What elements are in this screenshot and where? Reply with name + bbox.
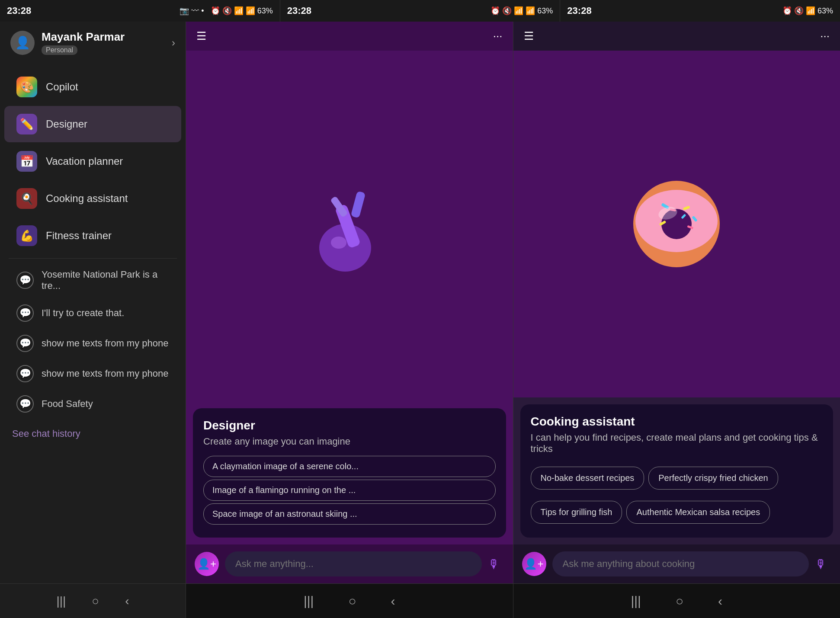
vacation-icon: 📅 — [16, 151, 37, 172]
designer-card-subtitle: Create any image you can imagine — [203, 436, 496, 447]
designer-hero-image — [302, 179, 397, 274]
status-bar-left: 23:28 📷 〰 • ⏰ 🔇 📶 📶 63% — [0, 0, 280, 22]
chat-icon-3: 💬 — [16, 335, 34, 352]
cooking-card: Cooking assistant I can help you find re… — [520, 404, 834, 538]
chat-label-3: show me texts from my phone — [42, 338, 168, 349]
cooking-suggestion-2[interactable]: Perfectly crispy fried chicken — [648, 467, 778, 490]
designer-panel: ☰ ··· Designer Create any image you can … — [186, 22, 513, 618]
cooking-avatar-button[interactable]: 👤+ — [522, 552, 546, 576]
cooking-card-subtitle: I can help you find recipes, create meal… — [531, 432, 823, 455]
status-bar: 23:28 📷 〰 • ⏰ 🔇 📶 📶 63% 23:28 ⏰ 🔇 📶 📶 63… — [0, 0, 840, 22]
designer-bottom-nav: ||| ○ ‹ — [186, 583, 513, 618]
status-bar-right: 23:28 ⏰ 🔇 📶 63% — [560, 0, 840, 22]
chat-label-4: show me texts from my phone — [42, 368, 168, 379]
avatar: 👤 — [10, 31, 35, 55]
cooking-suggestion-4[interactable]: Authentic Mexican salsa recipes — [626, 501, 770, 524]
cooking-icon: 🍳 — [16, 188, 37, 209]
sidebar-nav: 🎨 Copilot ✏️ Designer 📅 Vacation planner… — [0, 64, 186, 583]
cooking-text-input[interactable] — [552, 551, 809, 576]
cooking-home-icon[interactable]: ○ — [676, 594, 683, 608]
designer-menu-icon[interactable]: ☰ — [196, 29, 206, 43]
user-badge: Personal — [42, 45, 77, 55]
cooking-suggestion-1[interactable]: No-bake dessert recipes — [531, 467, 644, 490]
sidebar-item-cooking[interactable]: 🍳 Cooking assistant — [4, 180, 181, 217]
donut-image — [627, 174, 726, 274]
designer-card: Designer Create any image you can imagin… — [193, 408, 506, 538]
cooking-header: ☰ ··· — [513, 22, 840, 51]
status-bar-mid: 23:28 ⏰ 🔇 📶 📶 63% — [280, 0, 560, 22]
designer-suggestion-2[interactable]: Image of a flamingo running on the ... — [203, 480, 496, 501]
svg-rect-2 — [350, 191, 365, 218]
user-info: Mayank Parmar Personal — [42, 30, 165, 55]
sidebar-item-label-vacation: Vacation planner — [46, 155, 123, 167]
see-chat-history[interactable]: See chat history — [0, 419, 186, 448]
designer-icon: ✏️ — [16, 114, 37, 134]
designer-suggestion-3[interactable]: Space image of an astronaut skiing ... — [203, 503, 496, 525]
main-content: 👤 Mayank Parmar Personal › 🎨 Copilot ✏️ … — [0, 22, 840, 618]
chat-item-yosemite[interactable]: 💬 Yosemite National Park is a tre... — [4, 263, 181, 298]
designer-suggestion-1[interactable]: A claymation image of a serene colo... — [203, 456, 496, 477]
sidebar-item-copilot[interactable]: 🎨 Copilot — [4, 69, 181, 105]
designer-hero — [186, 51, 513, 401]
sidebar-item-label-cooking: Cooking assistant — [46, 192, 128, 205]
chevron-right-icon[interactable]: › — [172, 37, 175, 49]
cooking-hero — [513, 51, 840, 397]
designer-mic-icon[interactable]: 🎙 — [488, 557, 500, 571]
sidebar-item-label-designer: Designer — [46, 118, 87, 130]
designer-card-title: Designer — [203, 419, 496, 432]
sidebar-item-designer[interactable]: ✏️ Designer — [4, 106, 181, 142]
cooking-mic-icon[interactable]: 🎙 — [815, 557, 827, 571]
designer-lines-icon[interactable]: ||| — [304, 594, 314, 608]
sidebar-item-label-fitness: Fitness trainer — [46, 230, 112, 242]
sidebar-item-fitness[interactable]: 💪 Fitness trainer — [4, 218, 181, 254]
cooking-more-icon[interactable]: ··· — [820, 29, 830, 43]
chat-label-5: Food Safety — [42, 398, 93, 410]
copilot-icon: 🎨 — [16, 77, 37, 97]
cooking-lines-icon[interactable]: ||| — [631, 594, 641, 608]
chat-icon-2: 💬 — [16, 304, 34, 322]
designer-avatar-button[interactable]: 👤+ — [195, 552, 219, 576]
divider — [9, 258, 177, 259]
sidebar-item-label-copilot: Copilot — [46, 81, 78, 93]
status-time-3: 23:28 — [567, 5, 591, 16]
chat-icon-1: 💬 — [16, 272, 34, 289]
designer-more-icon[interactable]: ··· — [493, 29, 503, 43]
user-name: Mayank Parmar — [42, 30, 165, 44]
chat-icon-5: 💬 — [16, 395, 34, 413]
sidebar-bottom-nav: ||| ○ ‹ — [0, 583, 186, 618]
cooking-back-icon[interactable]: ‹ — [718, 594, 722, 608]
sidebar-back-icon[interactable]: ‹ — [125, 594, 129, 608]
cooking-suggestion-3[interactable]: Tips for grilling fish — [531, 501, 622, 524]
designer-back-icon[interactable]: ‹ — [391, 594, 395, 608]
status-icons-3: ⏰ 🔇 📶 63% — [782, 6, 833, 16]
status-time-2: 23:28 — [287, 5, 311, 16]
sidebar-home-icon[interactable]: ○ — [92, 594, 99, 608]
sidebar-lines-icon[interactable]: ||| — [56, 594, 66, 608]
chat-item-texts2[interactable]: 💬 show me texts from my phone — [4, 359, 181, 388]
designer-header: ☰ ··· — [186, 22, 513, 51]
chat-label-2: I'll try to create that. — [42, 307, 124, 319]
chat-item-texts1[interactable]: 💬 show me texts from my phone — [4, 329, 181, 358]
cooking-menu-icon[interactable]: ☰ — [524, 29, 534, 43]
sidebar-item-vacation[interactable]: 📅 Vacation planner — [4, 143, 181, 179]
sidebar-header: 👤 Mayank Parmar Personal › — [0, 22, 186, 64]
sidebar-panel: 👤 Mayank Parmar Personal › 🎨 Copilot ✏️ … — [0, 22, 186, 618]
designer-input-bar: 👤+ 🎙 — [186, 544, 513, 583]
status-icons-1: 📷 〰 • ⏰ 🔇 📶 📶 63% — [180, 6, 273, 16]
chat-item-food[interactable]: 💬 Food Safety — [4, 389, 181, 419]
cooking-suggestions: No-bake dessert recipes Perfectly crispy… — [531, 463, 823, 527]
designer-text-input[interactable] — [225, 551, 482, 576]
designer-home-icon[interactable]: ○ — [348, 594, 356, 608]
chat-item-create[interactable]: 💬 I'll try to create that. — [4, 298, 181, 328]
cooking-panel: ☰ ··· — [513, 22, 840, 618]
status-time-1: 23:28 — [7, 5, 31, 16]
chat-icon-4: 💬 — [16, 365, 34, 382]
status-icons-2: ⏰ 🔇 📶 📶 63% — [491, 6, 553, 16]
fitness-icon: 💪 — [16, 225, 37, 246]
chat-label-1: Yosemite National Park is a tre... — [42, 269, 169, 291]
svg-point-4 — [331, 237, 346, 249]
cooking-bottom-nav: ||| ○ ‹ — [513, 583, 840, 618]
cooking-input-bar: 👤+ 🎙 — [513, 544, 840, 583]
cooking-card-title: Cooking assistant — [531, 415, 823, 429]
